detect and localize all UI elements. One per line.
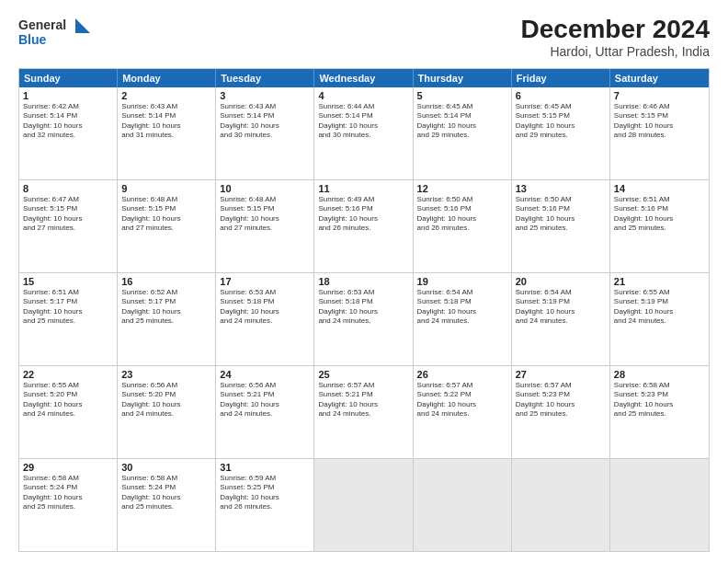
empty-cell <box>314 459 413 551</box>
calendar-header: SundayMondayTuesdayWednesdayThursdayFrid… <box>19 69 709 87</box>
location-subtitle: Hardoi, Uttar Pradesh, India <box>521 44 710 59</box>
week-row-1: 1Sunrise: 6:42 AM Sunset: 5:14 PM Daylig… <box>19 87 709 179</box>
day-info: Sunrise: 6:55 AM Sunset: 5:19 PM Dayligh… <box>614 288 705 327</box>
week-row-3: 15Sunrise: 6:51 AM Sunset: 5:17 PM Dayli… <box>19 272 709 365</box>
day-info: Sunrise: 6:54 AM Sunset: 5:19 PM Dayligh… <box>516 288 606 327</box>
day-12: 12Sunrise: 6:50 AM Sunset: 5:16 PM Dayli… <box>414 180 512 272</box>
day-number: 30 <box>121 462 211 473</box>
day-24: 24Sunrise: 6:56 AM Sunset: 5:21 PM Dayli… <box>216 366 314 458</box>
day-info: Sunrise: 6:53 AM Sunset: 5:18 PM Dayligh… <box>318 288 408 327</box>
day-info: Sunrise: 6:52 AM Sunset: 5:17 PM Dayligh… <box>121 288 211 327</box>
day-info: Sunrise: 6:42 AM Sunset: 5:14 PM Dayligh… <box>23 102 113 141</box>
day-6: 6Sunrise: 6:45 AM Sunset: 5:15 PM Daylig… <box>512 87 610 179</box>
day-number: 26 <box>417 369 507 380</box>
day-info: Sunrise: 6:50 AM Sunset: 5:16 PM Dayligh… <box>516 195 606 234</box>
day-number: 16 <box>121 276 211 287</box>
day-13: 13Sunrise: 6:50 AM Sunset: 5:16 PM Dayli… <box>512 180 610 272</box>
day-number: 27 <box>516 369 606 380</box>
week-row-5: 29Sunrise: 6:58 AM Sunset: 5:24 PM Dayli… <box>19 458 709 551</box>
day-27: 27Sunrise: 6:57 AM Sunset: 5:23 PM Dayli… <box>512 366 610 458</box>
header-wednesday: Wednesday <box>314 69 413 87</box>
day-info: Sunrise: 6:51 AM Sunset: 5:16 PM Dayligh… <box>614 195 705 234</box>
day-info: Sunrise: 6:57 AM Sunset: 5:23 PM Dayligh… <box>516 381 606 419</box>
title-block: December 2024 Hardoi, Uttar Pradesh, Ind… <box>521 15 710 59</box>
day-info: Sunrise: 6:48 AM Sunset: 5:15 PM Dayligh… <box>220 195 310 234</box>
day-number: 15 <box>23 276 113 287</box>
empty-cell <box>414 459 512 551</box>
day-number: 7 <box>614 90 705 101</box>
day-number: 4 <box>318 90 408 101</box>
day-16: 16Sunrise: 6:52 AM Sunset: 5:17 PM Dayli… <box>118 273 216 365</box>
day-21: 21Sunrise: 6:55 AM Sunset: 5:19 PM Dayli… <box>610 273 709 365</box>
day-1: 1Sunrise: 6:42 AM Sunset: 5:14 PM Daylig… <box>19 87 118 179</box>
day-info: Sunrise: 6:57 AM Sunset: 5:22 PM Dayligh… <box>417 381 507 419</box>
day-info: Sunrise: 6:45 AM Sunset: 5:15 PM Dayligh… <box>516 102 606 141</box>
header-thursday: Thursday <box>414 69 512 87</box>
empty-cell <box>610 459 709 551</box>
day-number: 21 <box>614 276 705 287</box>
day-info: Sunrise: 6:47 AM Sunset: 5:15 PM Dayligh… <box>23 195 113 234</box>
day-number: 25 <box>318 369 408 380</box>
week-row-4: 22Sunrise: 6:55 AM Sunset: 5:20 PM Dayli… <box>19 365 709 458</box>
day-9: 9Sunrise: 6:48 AM Sunset: 5:15 PM Daylig… <box>118 180 216 272</box>
day-info: Sunrise: 6:50 AM Sunset: 5:16 PM Dayligh… <box>417 195 507 234</box>
day-4: 4Sunrise: 6:44 AM Sunset: 5:14 PM Daylig… <box>314 87 413 179</box>
day-number: 18 <box>318 276 408 287</box>
day-number: 19 <box>417 276 507 287</box>
day-23: 23Sunrise: 6:56 AM Sunset: 5:20 PM Dayli… <box>118 366 216 458</box>
day-info: Sunrise: 6:51 AM Sunset: 5:17 PM Dayligh… <box>23 288 113 327</box>
day-7: 7Sunrise: 6:46 AM Sunset: 5:15 PM Daylig… <box>610 87 709 179</box>
day-number: 24 <box>220 369 310 380</box>
day-info: Sunrise: 6:56 AM Sunset: 5:20 PM Dayligh… <box>121 381 211 419</box>
day-number: 23 <box>121 369 211 380</box>
day-number: 12 <box>417 183 507 194</box>
day-10: 10Sunrise: 6:48 AM Sunset: 5:15 PM Dayli… <box>216 180 314 272</box>
day-26: 26Sunrise: 6:57 AM Sunset: 5:22 PM Dayli… <box>414 366 512 458</box>
day-22: 22Sunrise: 6:55 AM Sunset: 5:20 PM Dayli… <box>19 366 118 458</box>
day-number: 9 <box>121 183 211 194</box>
day-info: Sunrise: 6:54 AM Sunset: 5:18 PM Dayligh… <box>417 288 507 327</box>
day-number: 14 <box>614 183 705 194</box>
day-info: Sunrise: 6:48 AM Sunset: 5:15 PM Dayligh… <box>121 195 211 234</box>
day-number: 29 <box>23 462 113 473</box>
day-14: 14Sunrise: 6:51 AM Sunset: 5:16 PM Dayli… <box>610 180 709 272</box>
logo-text: GeneralBlue <box>18 15 92 52</box>
day-info: Sunrise: 6:57 AM Sunset: 5:21 PM Dayligh… <box>318 381 408 419</box>
header-saturday: Saturday <box>610 69 709 87</box>
svg-marker-0 <box>75 18 90 33</box>
day-info: Sunrise: 6:58 AM Sunset: 5:24 PM Dayligh… <box>121 474 211 512</box>
month-year-title: December 2024 <box>521 15 710 44</box>
day-30: 30Sunrise: 6:58 AM Sunset: 5:24 PM Dayli… <box>118 459 216 551</box>
day-info: Sunrise: 6:58 AM Sunset: 5:24 PM Dayligh… <box>23 474 113 512</box>
empty-cell <box>512 459 610 551</box>
day-info: Sunrise: 6:55 AM Sunset: 5:20 PM Dayligh… <box>23 381 113 419</box>
day-number: 3 <box>220 90 310 101</box>
day-number: 10 <box>220 183 310 194</box>
day-info: Sunrise: 6:56 AM Sunset: 5:21 PM Dayligh… <box>220 381 310 419</box>
day-number: 31 <box>220 462 310 473</box>
week-row-2: 8Sunrise: 6:47 AM Sunset: 5:15 PM Daylig… <box>19 179 709 272</box>
day-number: 2 <box>121 90 211 101</box>
day-number: 17 <box>220 276 310 287</box>
day-info: Sunrise: 6:43 AM Sunset: 5:14 PM Dayligh… <box>220 102 310 141</box>
header-monday: Monday <box>118 69 216 87</box>
day-20: 20Sunrise: 6:54 AM Sunset: 5:19 PM Dayli… <box>512 273 610 365</box>
day-number: 22 <box>23 369 113 380</box>
header-friday: Friday <box>512 69 610 87</box>
day-number: 5 <box>417 90 507 101</box>
day-info: Sunrise: 6:43 AM Sunset: 5:14 PM Dayligh… <box>121 102 211 141</box>
day-25: 25Sunrise: 6:57 AM Sunset: 5:21 PM Dayli… <box>314 366 413 458</box>
day-info: Sunrise: 6:49 AM Sunset: 5:16 PM Dayligh… <box>318 195 408 234</box>
day-number: 6 <box>516 90 606 101</box>
day-11: 11Sunrise: 6:49 AM Sunset: 5:16 PM Dayli… <box>314 180 413 272</box>
svg-text:Blue: Blue <box>18 32 47 47</box>
header-tuesday: Tuesday <box>216 69 314 87</box>
day-info: Sunrise: 6:44 AM Sunset: 5:14 PM Dayligh… <box>318 102 408 141</box>
day-info: Sunrise: 6:46 AM Sunset: 5:15 PM Dayligh… <box>614 102 705 141</box>
day-15: 15Sunrise: 6:51 AM Sunset: 5:17 PM Dayli… <box>19 273 118 365</box>
header-sunday: Sunday <box>19 69 118 87</box>
calendar-body: 1Sunrise: 6:42 AM Sunset: 5:14 PM Daylig… <box>19 87 709 551</box>
day-3: 3Sunrise: 6:43 AM Sunset: 5:14 PM Daylig… <box>216 87 314 179</box>
calendar: SundayMondayTuesdayWednesdayThursdayFrid… <box>18 68 710 552</box>
day-8: 8Sunrise: 6:47 AM Sunset: 5:15 PM Daylig… <box>19 180 118 272</box>
